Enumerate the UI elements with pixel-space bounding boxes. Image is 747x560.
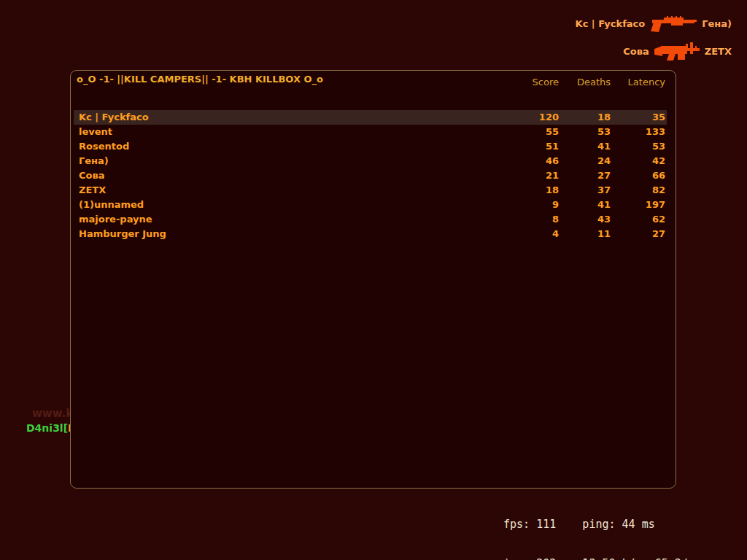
player-deaths: 43 [560,212,612,227]
player-deaths: 24 [560,154,612,168]
player-score: 18 [509,183,560,198]
player-row: levent 55 53 133 [74,125,667,139]
player-list: Kc | Fyckfaco 120 18 35 levent 55 53 133… [74,110,667,241]
player-signature: D4ni3l[D [26,422,77,434]
player-deaths: 41 [560,139,612,154]
player-score: 4 [509,227,560,241]
player-deaths: 37 [560,183,612,198]
player-name: Гена) [74,154,509,168]
player-score: 51 [509,139,560,154]
victim-name: Гена) [702,18,732,29]
netgraph: fps: 111 ping: 44 ms in : 202 13.50 k/s … [503,491,694,560]
player-name: ZETX [74,183,509,198]
player-row: (1)unnamed 9 41 197 [74,198,667,212]
netgraph-line-fps: fps: 111 ping: 44 ms [503,518,694,531]
signature-green-part: D4ni3l[ [26,422,68,434]
player-score: 120 [509,110,560,125]
player-name: (1)unnamed [74,198,509,212]
column-header-score: Score [509,75,560,90]
player-row: Гена) 46 24 42 [74,154,667,168]
shotgun-icon [649,12,697,34]
player-deaths: 11 [560,227,612,241]
netgraph-line-in: in : 202 13.50 k/s 65.3/s [503,557,694,560]
player-latency: 35 [612,110,667,125]
player-row: Kc | Fyckfaco 120 18 35 [74,110,667,125]
player-deaths: 18 [560,110,612,125]
player-name: Сова [74,168,509,183]
player-deaths: 27 [560,168,612,183]
player-deaths: 41 [560,198,612,212]
player-row: Сова 21 27 66 [74,168,667,183]
player-latency: 66 [612,168,667,183]
player-latency: 27 [612,227,667,241]
column-header-player [74,75,509,90]
column-header-deaths: Deaths [560,75,612,90]
player-latency: 133 [612,125,667,139]
player-row: majore-payne 8 43 62 [74,212,667,227]
player-latency: 197 [612,198,667,212]
player-latency: 42 [612,154,667,168]
player-name: majore-payne [74,212,509,227]
player-row: Rosentod 51 41 53 [74,139,667,154]
autoshotgun-icon [654,40,700,62]
player-score: 9 [509,198,560,212]
attacker-name: Kc | Fyckfaco [576,18,646,29]
player-score: 46 [509,154,560,168]
player-name: Rosentod [74,139,509,154]
player-score: 55 [509,125,560,139]
player-deaths: 53 [560,125,612,139]
player-score: 8 [509,212,560,227]
player-latency: 82 [612,183,667,198]
column-header-latency: Latency [612,75,667,90]
killfeed-entry: Kc | Fyckfaco Гена) [576,10,732,36]
player-latency: 62 [612,212,667,227]
player-name: Kc | Fyckfaco [74,110,509,125]
player-name: Hamburger Jung [74,227,509,241]
attacker-name: Сова [623,46,649,57]
killfeed-entry: Сова ZETX [576,38,732,64]
player-row: ZETX 18 37 82 [74,183,667,198]
player-name: levent [74,125,509,139]
victim-name: ZETX [705,46,732,57]
scoreboard-panel: o_O -1- ||KILL CAMPERS|| -1- KBH KILLBOX… [70,70,676,489]
player-score: 21 [509,168,560,183]
kill-feed: Kc | Fyckfaco Гена) Сова [576,10,732,66]
player-latency: 53 [612,139,667,154]
player-row: Hamburger Jung 4 11 27 [74,227,667,241]
scoreboard-header-row: Score Deaths Latency [74,75,667,90]
